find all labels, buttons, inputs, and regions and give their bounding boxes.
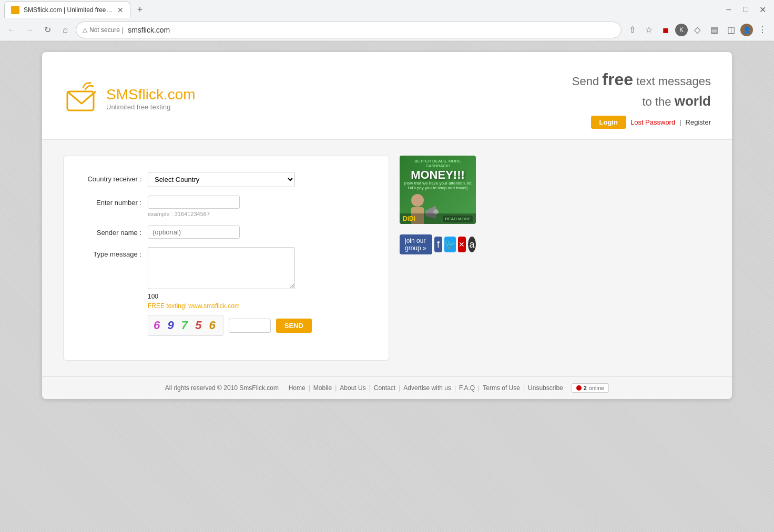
- send-button[interactable]: SEND: [276, 319, 312, 333]
- country-row: Country receiver : Select Country United…: [79, 172, 373, 187]
- twitter-icon[interactable]: 🐦: [444, 237, 456, 252]
- logo-name: SMSflick.com: [106, 86, 196, 103]
- browser-toolbar: ← → ↻ ⌂ △ Not secure | smsflick.com ⇧ ☆ …: [0, 19, 774, 41]
- facebook-join-button[interactable]: join our group »: [400, 234, 432, 254]
- message-textarea[interactable]: [148, 247, 295, 289]
- online-dot: [576, 385, 582, 391]
- footer-link-about[interactable]: About Us: [340, 384, 365, 392]
- tab-title: SMSflick.com | Unlimited free te...: [24, 6, 113, 14]
- security-label: Not secure: [89, 26, 120, 34]
- number-input[interactable]: [148, 196, 240, 209]
- toolbar-icons: ⇧ ☆ ◼ K ◇ ▤ ◫ 👤 ⋮: [625, 23, 770, 37]
- ad-top-text: BETTER DEALS, MORE CASHBACK!: [403, 159, 473, 168]
- logo-text: SMSflick.com Unlimited free texting: [106, 86, 196, 111]
- login-button[interactable]: Login: [591, 116, 626, 129]
- split-view-icon[interactable]: ◫: [724, 23, 738, 37]
- logo-com: .com: [164, 86, 196, 103]
- svg-point-3: [411, 194, 424, 207]
- media-router-icon[interactable]: ▤: [707, 23, 721, 37]
- user-avatar[interactable]: 👤: [740, 24, 753, 36]
- sender-row: Sender name :: [79, 226, 373, 239]
- xmark-icon[interactable]: ✕: [458, 237, 466, 252]
- sender-control: [148, 226, 373, 239]
- sender-input[interactable]: [148, 226, 240, 239]
- browser-titlebar: SMSflick.com | Unlimited free te... ✕ + …: [0, 0, 774, 19]
- refresh-button[interactable]: ↻: [40, 23, 55, 37]
- footer-sep-0: [282, 384, 286, 392]
- forward-button[interactable]: →: [22, 23, 37, 37]
- hero-world: world: [675, 93, 711, 109]
- footer: All rights reserved © 2010 SmsFlick.com …: [42, 376, 732, 399]
- auth-bar: Login Lost Password | Register: [572, 116, 711, 129]
- facebook-icon[interactable]: f: [434, 237, 442, 252]
- profile-icon[interactable]: K: [675, 24, 688, 36]
- minimize-button[interactable]: –: [721, 2, 736, 17]
- logo-area: SMSflick.com Unlimited free texting: [63, 80, 196, 117]
- amazon-icon[interactable]: a: [468, 237, 476, 252]
- tab-close-icon[interactable]: ✕: [117, 6, 124, 14]
- footer-link-advertise[interactable]: Advertise with us: [403, 384, 451, 392]
- address-separator: |: [122, 26, 124, 34]
- ad-read-more: READ MORE: [443, 216, 473, 222]
- page-wrapper: SMSflick.com Unlimited free texting Send…: [0, 42, 774, 410]
- message-control: 100 FREE texting! www.smsflick.com 6 9 7…: [148, 247, 373, 336]
- header-right: Send free text messages to the world Log…: [572, 68, 711, 129]
- ad-banner[interactable]: BETTER DEALS, MORE CASHBACK! MONEY!!! (n…: [400, 156, 476, 224]
- footer-link-faq[interactable]: F.A.Q: [459, 384, 475, 392]
- free-texting-note: FREE texting! www.smsflick.com: [148, 302, 373, 310]
- copyright: All rights reserved © 2010 SmsFlick.com: [165, 384, 279, 392]
- tab-favicon: [11, 6, 19, 14]
- share-icon[interactable]: ⇧: [625, 23, 639, 37]
- captcha-input[interactable]: [229, 319, 271, 333]
- restore-button[interactable]: □: [738, 2, 753, 17]
- captcha-image: 6 9 7 5 6: [148, 315, 223, 336]
- lost-password-link[interactable]: Lost Password: [630, 118, 675, 126]
- footer-link-home[interactable]: Home: [289, 384, 305, 392]
- main-card: SMSflick.com Unlimited free texting Send…: [42, 52, 732, 399]
- svg-point-2: [89, 82, 91, 84]
- content-section: Country receiver : Select Country United…: [42, 140, 732, 376]
- url-text[interactable]: smsflick.com: [128, 26, 615, 34]
- number-hint: example : 316412345​67: [148, 211, 373, 217]
- browser-chrome: SMSflick.com | Unlimited free te... ✕ + …: [0, 0, 774, 42]
- footer-link-terms[interactable]: Terms of Use: [483, 384, 520, 392]
- ad-brand: DiDi: [403, 215, 415, 222]
- number-control: example : 316412345​67: [148, 196, 373, 217]
- logo-sms: SMS: [106, 86, 138, 103]
- number-row: Enter number : example : 316412345​67: [79, 196, 373, 217]
- captcha-char-2: 9: [167, 319, 176, 332]
- message-row: Type message : 100 FREE texting! www.sms…: [79, 247, 373, 336]
- footer-link-mobile[interactable]: Mobile: [313, 384, 332, 392]
- address-bar[interactable]: △ Not secure | smsflick.com: [76, 22, 622, 38]
- close-button[interactable]: ✕: [755, 2, 770, 17]
- footer-link-unsubscribe[interactable]: Unsubscribe: [528, 384, 563, 392]
- captcha-char-1: 6: [154, 319, 162, 332]
- extensions-icon[interactable]: ◇: [690, 23, 705, 37]
- country-control: Select Country United States United King…: [148, 172, 373, 187]
- register-link[interactable]: Register: [686, 118, 711, 126]
- country-select[interactable]: Select Country United States United King…: [148, 172, 295, 187]
- home-button[interactable]: ⌂: [58, 23, 73, 37]
- social-section: join our group » f 🐦 ✕ a: [400, 234, 476, 254]
- footer-link-contact[interactable]: Contact: [374, 384, 395, 392]
- facebook-join-label: join our group »: [405, 237, 427, 252]
- auth-separator: |: [679, 118, 681, 126]
- captcha-char-4: 5: [195, 319, 203, 332]
- ad-sub-text: (now that we have your attention, let Di…: [403, 181, 473, 190]
- browser-tab[interactable]: SMSflick.com | Unlimited free te... ✕: [4, 1, 130, 18]
- ad-bottom: DiDi READ MORE: [400, 213, 476, 224]
- online-badge: 2 online: [572, 383, 609, 393]
- menu-icon[interactable]: ⋮: [755, 23, 770, 37]
- logo-flick: flick: [138, 86, 164, 103]
- shield-icon[interactable]: ◼: [658, 23, 673, 37]
- new-tab-button[interactable]: +: [133, 2, 147, 17]
- hero-free: free: [602, 70, 633, 89]
- bookmark-icon[interactable]: ☆: [641, 23, 656, 37]
- captcha-row: 6 9 7 5 6 SEND: [148, 315, 373, 336]
- security-indicator: △ Not secure |: [83, 26, 124, 34]
- ad-money-text: MONEY!!!: [411, 169, 465, 181]
- form-card: Country receiver : Select Country United…: [63, 156, 389, 361]
- number-label: Enter number :: [79, 196, 148, 207]
- svg-point-1: [91, 85, 94, 87]
- back-button[interactable]: ←: [4, 23, 19, 37]
